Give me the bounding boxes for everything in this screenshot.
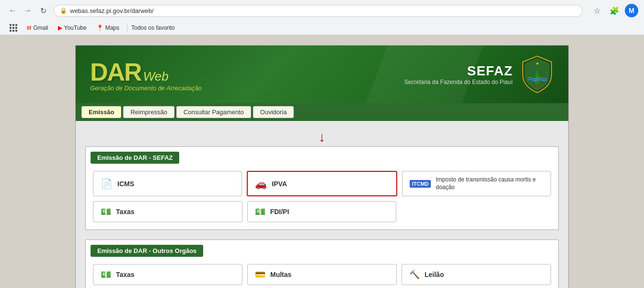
taxas-outros-label: Taxas [116,271,135,278]
svg-rect-1 [536,83,538,87]
taxas-sefaz-icon: 💵 [101,206,111,217]
itcmd-text: Imposto de transmissão causa mortis e do… [436,176,543,191]
taxas-outros-icon: 💵 [101,269,111,280]
logo-subtitle: Geração de Documento de Arrecadação [90,84,202,92]
icms-icon: 📄 [101,178,113,190]
fdi-label: FDI/PI [270,208,289,216]
leilao-button[interactable]: 🔨 Leilão [402,264,551,285]
apps-button[interactable] [6,23,21,33]
sefaz-text: SEFAZ Secretaria da Fazenda do Estado do… [404,63,513,85]
sefaz-name: SEFAZ [404,63,513,79]
back-button[interactable]: ← [6,4,19,17]
tab-reimpressao[interactable]: Reimpressão [123,106,174,118]
taxas-outros-button[interactable]: 💵 Taxas [93,264,242,285]
header-sefaz: SEFAZ Secretaria da Fazenda do Estado do… [404,55,554,94]
address-bar[interactable]: 🔒 webas.sefaz.pi.gov.br/darweb/ [54,5,583,17]
profile-avatar[interactable]: M [625,4,638,17]
maps-label: Maps [105,24,119,31]
svg-text:★: ★ [536,61,539,66]
outros-section-content: 💵 Taxas 💳 Multas 🔨 Leilão [86,257,558,288]
browser-titlebar: ← → ↻ 🔒 webas.sefaz.pi.gov.br/darweb/ ☆ … [0,0,644,21]
outros-section-box: Emissão de DAR - Outros Orgãos 💵 Taxas 💳… [85,240,559,288]
site-header: DAR Web Geração de Documento de Arrecada… [76,46,568,103]
maps-bookmark[interactable]: 📍 Maps [92,24,123,32]
sefaz-section-content: 📄 ICMS 🚗 IPVA ITCMD Imposto de transmiss… [86,164,558,229]
taxas-sefaz-label: Taxas [116,208,135,216]
icms-button[interactable]: 📄 ICMS [93,171,242,196]
logo-main: DAR Web [90,58,202,86]
sefaz-shield-icon: ★ [520,55,554,94]
favorites-separator [127,23,127,33]
browser-chrome: ← → ↻ 🔒 webas.sefaz.pi.gov.br/darweb/ ☆ … [0,0,644,36]
tab-consultar-pagamento[interactable]: Consultar Pagamento [176,106,251,118]
taxas-sefaz-button[interactable]: 💵 Taxas [93,201,242,222]
icms-label: ICMS [117,180,134,188]
multas-label: Multas [270,271,291,278]
bookmark-button[interactable]: ☆ [590,4,604,17]
multas-button[interactable]: 💳 Multas [247,264,397,285]
outros-section-title: Emissão de DAR - Outros Orgãos [91,245,203,257]
tab-emissao[interactable]: Emissão [81,106,121,118]
multas-icon: 💳 [255,269,265,280]
extension-button[interactable]: 🧩 [608,4,621,17]
sefaz-section-box: Emissão de DAR - SEFAZ 📄 ICMS 🚗 IPVA [85,146,559,230]
sefaz-desc: Secretaria da Fazenda do Estado do Piauí [404,79,513,85]
sefaz-row-2: 💵 Taxas 💵 FDI/PI [93,201,551,222]
itcmd-button[interactable]: ITCMD Imposto de transmissão causa morti… [402,171,551,196]
nav-bar: Emissão Reimpressão Consultar Pagamento … [76,103,568,121]
fdi-icon: 💵 [255,206,265,217]
gmail-icon: M [27,25,31,31]
sefaz-section-title: Emissão de DAR - SEFAZ [91,152,179,164]
leilao-label: Leilão [425,271,444,278]
header-logo: DAR Web Geração de Documento de Arrecada… [90,58,202,92]
fdi-button[interactable]: 💵 FDI/PI [247,201,397,222]
arrow-indicator: ↓ [85,131,559,144]
reload-button[interactable]: ↻ [36,4,50,17]
ipva-button[interactable]: 🚗 IPVA [247,171,397,196]
gmail-label: Gmail [33,24,48,31]
main-container: DAR Web Geração de Documento de Arrecada… [75,45,569,288]
youtube-bookmark[interactable]: ▶ YouTube [54,24,91,32]
sections-area: ↓ Emissão de DAR - SEFAZ 📄 ICMS 🚗 [76,121,568,288]
lock-icon: 🔒 [60,7,67,14]
gmail-bookmark[interactable]: M Gmail [23,24,52,32]
apps-icon [10,24,17,32]
youtube-icon: ▶ [58,24,62,31]
favorites-text: Todos os favorito [131,24,175,31]
ipva-label: IPVA [272,180,287,188]
maps-icon: 📍 [96,24,104,31]
address-text: webas.sefaz.pi.gov.br/darweb/ [70,7,576,14]
car-icon: 🚗 [255,178,267,190]
bookmarks-bar: M Gmail ▶ YouTube 📍 Maps Todos os favori… [0,21,644,35]
youtube-label: YouTube [64,24,87,31]
nav-buttons: ← → ↻ [6,4,50,17]
logo-dar: DAR [90,58,141,86]
page-content: DAR Web Geração de Documento de Arrecada… [0,36,644,288]
forward-button[interactable]: → [21,4,34,17]
red-arrow-icon: ↓ [319,131,325,144]
itcmd-badge: ITCMD [410,180,431,188]
toolbar-icons: ☆ 🧩 M [590,4,638,17]
logo-web: Web [143,69,169,84]
tab-ouvidoria[interactable]: Ouvidoria [253,106,294,118]
sefaz-row-1: 📄 ICMS 🚗 IPVA ITCMD Imposto de transmiss… [93,171,551,196]
leilao-icon: 🔨 [409,269,420,280]
outros-row-1: 💵 Taxas 💳 Multas 🔨 Leilão [93,264,551,285]
